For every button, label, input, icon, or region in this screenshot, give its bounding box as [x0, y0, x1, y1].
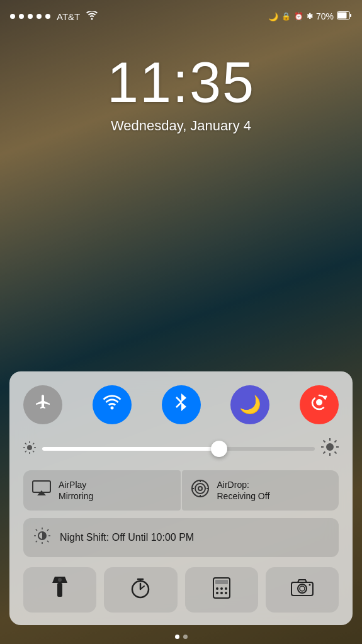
brightness-sun-small-icon	[23, 441, 36, 457]
svg-rect-51	[215, 580, 228, 584]
airplane-mode-toggle[interactable]	[23, 385, 62, 424]
svg-point-28	[198, 487, 202, 490]
status-left: AT&T	[10, 11, 98, 22]
wifi-toggle-icon	[103, 395, 122, 414]
svg-rect-1	[350, 14, 352, 17]
status-right: 🌙 🔒 ⏰ ✱ 70%	[268, 11, 352, 21]
camera-icon	[291, 579, 314, 601]
night-shift-button[interactable]: Night Shift: Off Until 10:00 PM	[23, 518, 339, 557]
lockscreen: 11:35 Wednesday, January 4	[0, 0, 362, 239]
signal-dot-1	[10, 14, 15, 19]
svg-line-23	[335, 440, 337, 442]
moon-toggle-icon: 🌙	[239, 394, 261, 415]
carrier-label: AT&T	[57, 11, 80, 22]
svg-point-44	[58, 578, 62, 582]
signal-dot-5	[45, 14, 50, 19]
signal-dot-2	[19, 14, 24, 19]
svg-point-53	[220, 587, 223, 590]
svg-line-13	[33, 451, 34, 452]
page-dot-2	[183, 635, 188, 639]
bluetooth-toggle-icon	[174, 392, 188, 417]
svg-line-24	[324, 451, 325, 453]
svg-point-27	[195, 483, 205, 494]
moon-icon: 🌙	[268, 12, 278, 21]
svg-point-52	[216, 587, 218, 590]
night-shift-label: Night Shift: Off Until 10:00 PM	[60, 532, 194, 543]
svg-line-39	[47, 541, 48, 542]
airplane-icon	[34, 393, 52, 415]
airplay-button[interactable]: AirPlay Mirroring	[23, 470, 181, 511]
timer-icon	[130, 577, 151, 603]
svg-line-15	[25, 451, 26, 452]
signal-dot-4	[37, 14, 42, 19]
brightness-thumb	[211, 441, 227, 457]
toggles-row: 🌙	[23, 385, 339, 424]
date-display: Wednesday, January 4	[111, 118, 251, 134]
bluetooth-toggle[interactable]	[162, 385, 201, 424]
brightness-slider[interactable]	[42, 447, 315, 451]
rotation-lock-toggle[interactable]	[300, 385, 339, 424]
wifi-toggle[interactable]	[93, 385, 132, 424]
camera-button[interactable]	[266, 567, 339, 613]
svg-line-22	[335, 451, 337, 453]
brightness-fill	[42, 447, 219, 451]
svg-point-3	[110, 407, 113, 410]
lock-icon: 🔒	[281, 12, 291, 21]
brightness-row	[23, 438, 339, 460]
status-bar: AT&T 🌙 🔒 ⏰ ✱ 70%	[0, 0, 362, 28]
airdrop-button[interactable]: AirDrop: Receiving Off	[182, 470, 339, 511]
svg-line-5	[176, 402, 181, 407]
svg-point-55	[216, 592, 218, 594]
airplay-airdrop-row: AirPlay Mirroring AirDrop: Receiving Off	[23, 470, 339, 511]
night-shift-icon	[33, 527, 51, 548]
time-display: 11:35	[107, 50, 255, 115]
timer-button[interactable]	[104, 567, 177, 613]
svg-point-56	[220, 592, 223, 594]
airdrop-icon	[191, 479, 210, 502]
svg-point-26	[192, 480, 208, 497]
svg-point-7	[27, 445, 32, 450]
battery-percent: 70%	[316, 11, 334, 21]
svg-line-21	[324, 440, 325, 442]
signal-dot-3	[28, 14, 33, 19]
do-not-disturb-toggle[interactable]: 🌙	[230, 385, 269, 424]
svg-point-61	[308, 584, 310, 585]
airdrop-label: AirDrop: Receiving Off	[217, 479, 270, 502]
page-dot-1	[175, 635, 179, 639]
svg-line-14	[33, 443, 34, 444]
svg-point-54	[225, 587, 227, 590]
svg-point-6	[316, 399, 322, 405]
svg-line-4	[176, 397, 181, 402]
battery-icon	[337, 11, 352, 21]
svg-point-57	[225, 592, 227, 594]
svg-rect-2	[338, 13, 347, 19]
page-indicators	[0, 635, 362, 639]
svg-line-40	[47, 529, 48, 531]
brightness-sun-large-icon	[321, 438, 339, 460]
apps-row	[23, 567, 339, 613]
flashlight-icon	[52, 577, 67, 604]
svg-line-12	[25, 443, 26, 444]
bluetooth-icon: ✱	[307, 12, 313, 21]
svg-point-60	[300, 586, 305, 591]
flashlight-button[interactable]	[23, 567, 96, 613]
calculator-button[interactable]	[185, 567, 258, 613]
svg-rect-43	[57, 583, 62, 597]
alarm-icon: ⏰	[294, 12, 303, 21]
svg-line-38	[36, 529, 37, 531]
svg-point-16	[326, 443, 334, 451]
airplay-icon	[32, 480, 51, 500]
airplay-label: AirPlay Mirroring	[59, 479, 93, 502]
rotation-lock-icon	[310, 393, 329, 416]
wifi-icon	[86, 11, 98, 22]
svg-line-41	[36, 541, 37, 542]
svg-point-59	[298, 584, 307, 593]
calculator-icon	[213, 577, 230, 603]
control-center: 🌙	[9, 371, 353, 625]
